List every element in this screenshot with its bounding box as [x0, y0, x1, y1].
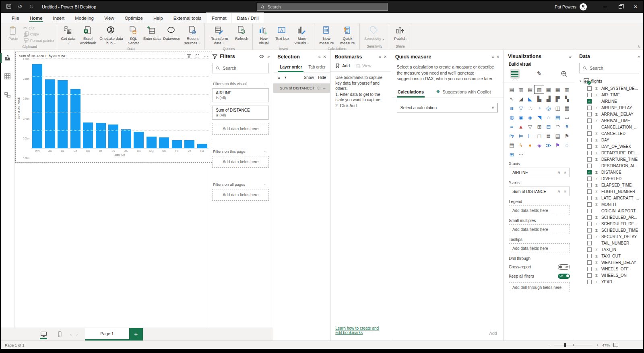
- build-visual-mode-button[interactable]: [510, 69, 520, 79]
- field-row[interactable]: ΣWEATHER_DELAY: [575, 259, 643, 266]
- global-search[interactable]: [257, 3, 388, 11]
- kpi-icon[interactable]: ▲: [516, 123, 526, 131]
- account-avatar[interactable]: [580, 3, 587, 10]
- focus-mode-icon[interactable]: [195, 54, 200, 58]
- field-checkbox[interactable]: [587, 93, 592, 97]
- zoom-slider-handle[interactable]: [564, 343, 566, 347]
- add-bookmark-button[interactable]: Add: [335, 63, 350, 68]
- field-row[interactable]: ΣDEPARTURE_DEL...: [575, 150, 643, 156]
- collapse-pane-icon[interactable]: »: [491, 54, 493, 59]
- report-canvas[interactable]: ⋯ Sum of DISTANCE by AIRLINE Sum of DIST…: [14, 50, 208, 328]
- quick-measure-add-button[interactable]: Add: [489, 331, 497, 336]
- field-row[interactable]: ΣYEAR: [575, 278, 643, 285]
- slicer-icon[interactable]: ▤: [553, 113, 562, 121]
- new-measure-button[interactable]: New measure: [316, 25, 337, 46]
- field-row[interactable]: ΣAIRLINE_DELAY: [575, 104, 643, 111]
- field-row[interactable]: ΣDEPARTURE_TIME: [575, 156, 643, 162]
- field-row[interactable]: ΣWHEELS_OFF: [575, 266, 643, 272]
- tab-help[interactable]: Help: [148, 13, 168, 23]
- field-checkbox[interactable]: [587, 183, 592, 187]
- field-checkbox[interactable]: [587, 209, 592, 213]
- pie-chart-icon[interactable]: ◔: [535, 104, 544, 112]
- minimize-button[interactable]: [597, 1, 613, 13]
- field-row[interactable]: ΣSCHEDULED_DE...: [575, 220, 643, 227]
- paginated-report-icon[interactable]: ▤: [553, 132, 562, 140]
- visibility-eye-icon[interactable]: [316, 86, 321, 90]
- filled-map-icon[interactable]: ◉: [516, 113, 526, 121]
- transform-data-button[interactable]: Transform data: [206, 25, 232, 46]
- tab-modeling[interactable]: Modeling: [70, 13, 99, 23]
- add-filter-dropzone[interactable]: Add data fields here: [212, 123, 269, 135]
- field-row[interactable]: ΣDAY: [575, 137, 643, 143]
- bar-NK[interactable]: [158, 59, 171, 148]
- move-down-icon[interactable]: ▼: [284, 76, 287, 79]
- show-all-button[interactable]: Show: [304, 75, 314, 80]
- bar-US[interactable]: [132, 59, 145, 148]
- python-visual-icon[interactable]: Py: [507, 132, 516, 140]
- field-row[interactable]: ΣAIR_TIME: [575, 91, 643, 98]
- goals-icon[interactable]: ⚑: [553, 141, 562, 149]
- collapse-pane-icon[interactable]: »: [379, 54, 380, 59]
- layer-order-tab[interactable]: Layer order: [277, 62, 304, 72]
- zoom-out-icon[interactable]: −: [548, 343, 551, 347]
- collapse-pane-icon[interactable]: »: [569, 54, 571, 59]
- filters-search[interactable]: [212, 63, 269, 73]
- field-row[interactable]: ΣDIVERTED: [575, 175, 643, 182]
- global-search-input[interactable]: [267, 4, 384, 9]
- remove-field-icon[interactable]: ×: [564, 170, 566, 175]
- report-view-button[interactable]: [4, 54, 12, 62]
- shape-map-icon[interactable]: ◈: [526, 113, 535, 121]
- remove-field-icon[interactable]: ×: [564, 189, 566, 194]
- field-checkbox[interactable]: [587, 267, 592, 271]
- copy-button[interactable]: Copy: [23, 31, 54, 37]
- tab-format[interactable]: Format: [206, 13, 231, 23]
- waterfall-chart-icon[interactable]: ▛: [553, 95, 562, 103]
- r-script-visual-icon[interactable]: R: [562, 123, 572, 131]
- chevron-down-icon[interactable]: ∨: [558, 170, 561, 174]
- data-search-input[interactable]: [590, 66, 636, 71]
- bar-OO[interactable]: [82, 59, 95, 148]
- filter-icon[interactable]: [187, 54, 191, 58]
- section-more-icon[interactable]: ⋯: [264, 182, 268, 187]
- format-visual-mode-button[interactable]: ✎: [535, 69, 544, 79]
- field-checkbox[interactable]: ✓: [587, 99, 592, 104]
- legend-dropzone[interactable]: Add data fields here: [509, 206, 570, 215]
- stacked-column-chart-icon[interactable]: ▥: [516, 85, 526, 93]
- mobile-layout-button[interactable]: [56, 330, 64, 338]
- redo-icon[interactable]: ↻: [28, 4, 35, 10]
- cut-button[interactable]: ✂Cut: [23, 26, 54, 30]
- power-apps-icon[interactable]: ≫: [544, 141, 553, 149]
- small-multiples-icon[interactable]: ▥: [562, 85, 572, 93]
- next-page-icon[interactable]: ›: [76, 332, 78, 337]
- zoom-in-icon[interactable]: +: [596, 343, 599, 347]
- field-checkbox[interactable]: [587, 228, 592, 233]
- field-checkbox[interactable]: [587, 151, 592, 155]
- close-button[interactable]: ✕: [628, 1, 643, 13]
- card-icon[interactable]: ▭: [562, 113, 572, 121]
- 100-stacked-bar-chart-icon[interactable]: ▦: [544, 85, 553, 93]
- enter-data-button[interactable]: Enter data: [142, 25, 161, 42]
- decomposition-tree-icon[interactable]: ⊢: [526, 132, 535, 140]
- x-axis-field-pill[interactable]: AIRLINE ∨ ×: [509, 168, 570, 177]
- filter-card-distance[interactable]: Sum of DISTANCE is (All): [212, 106, 269, 120]
- donut-chart-icon[interactable]: ◎: [544, 104, 553, 112]
- field-checkbox[interactable]: [587, 254, 592, 258]
- smart-filter-icon[interactable]: ▽: [526, 123, 535, 131]
- clustered-column-chart-icon[interactable]: ▥: [535, 85, 544, 93]
- recent-sources-button[interactable]: Recent sources: [182, 25, 203, 46]
- pin-map-icon[interactable]: ♦: [526, 141, 535, 149]
- keep-all-filters-toggle[interactable]: On: [558, 274, 570, 279]
- field-checkbox[interactable]: [587, 222, 592, 226]
- stacked-area-chart-icon[interactable]: ◣: [526, 95, 535, 103]
- field-checkbox[interactable]: [587, 164, 592, 168]
- field-row[interactable]: ✓AIRLINE: [575, 98, 643, 104]
- model-view-button[interactable]: [4, 91, 12, 99]
- format-painter-button[interactable]: Format painter: [23, 38, 54, 43]
- desktop-layout-button[interactable]: [39, 330, 47, 338]
- scatter-chart-icon[interactable]: ∴: [526, 104, 535, 112]
- power-automate-icon[interactable]: ϟ: [516, 141, 526, 149]
- new-visual-button[interactable]: New visual: [254, 25, 273, 46]
- field-checkbox[interactable]: [587, 202, 592, 207]
- azure-map-icon[interactable]: ◥: [535, 113, 544, 121]
- field-checkbox[interactable]: [587, 86, 592, 91]
